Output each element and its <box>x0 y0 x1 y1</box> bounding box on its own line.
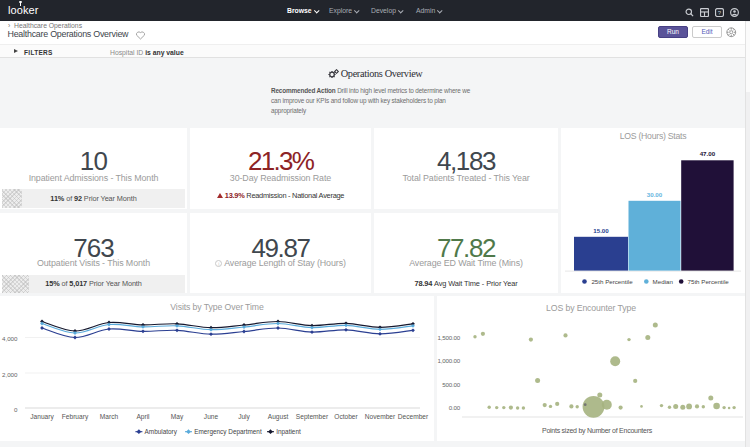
svg-text:July: July <box>238 413 250 421</box>
svg-text:August: August <box>268 413 289 421</box>
svg-text:0.00: 0.00 <box>449 404 461 411</box>
svg-text:15.00: 15.00 <box>593 227 609 234</box>
svg-text:April: April <box>136 413 150 421</box>
svg-text:Median: Median <box>653 278 674 285</box>
svg-text:?: ? <box>717 9 721 15</box>
svg-text:November: November <box>365 413 396 420</box>
svg-text:June: June <box>204 413 219 420</box>
svg-text:Emergency Department: Emergency Department <box>194 428 262 436</box>
svg-text:Ambulatory: Ambulatory <box>145 428 178 436</box>
svg-text:Inpatient: Inpatient <box>276 428 301 436</box>
svg-text:25th Percentile: 25th Percentile <box>591 278 633 285</box>
svg-text:2,000: 2,000 <box>2 371 18 378</box>
svg-text:500.00: 500.00 <box>442 381 460 388</box>
svg-text:December: December <box>398 413 429 420</box>
svg-text:75th Percentile: 75th Percentile <box>688 278 730 285</box>
svg-text:January: January <box>30 413 54 421</box>
svg-text:October: October <box>334 413 358 420</box>
svg-text:4,000: 4,000 <box>2 335 18 342</box>
svg-text:May: May <box>171 413 184 421</box>
svg-text:Points sized by Number of Enco: Points sized by Number of Encounters <box>542 427 653 435</box>
svg-text:47.00: 47.00 <box>700 150 716 157</box>
svg-text:February: February <box>62 413 89 421</box>
svg-text:March: March <box>100 413 119 420</box>
svg-text:30.00: 30.00 <box>647 191 663 198</box>
svg-text:1,500.00: 1,500.00 <box>438 334 461 341</box>
svg-text:1,000.00: 1,000.00 <box>438 357 461 364</box>
svg-text:September: September <box>296 413 329 421</box>
svg-text:0: 0 <box>14 406 18 413</box>
